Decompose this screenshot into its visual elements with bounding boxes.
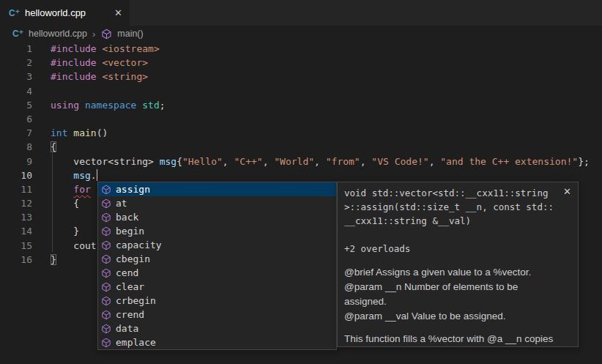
docs-overloads[interactable]: +2 overloads [344,243,560,254]
code-text [32,112,51,126]
suggest-item-label: data [116,323,138,334]
symbol-method-icon [100,239,112,251]
suggest-item-emplace[interactable]: emplace [98,335,336,349]
line-number: 10 [0,168,32,182]
line-number: 5 [0,98,32,112]
suggest-item-label: emplace [116,337,156,348]
symbol-method-icon [100,309,112,321]
code-line[interactable]: 4 [0,84,602,98]
symbol-method-icon [100,253,112,265]
code-line[interactable]: 8{ [0,140,602,154]
suggest-item-cbegin[interactable]: cbegin [98,252,336,266]
breadcrumb-file[interactable]: helloworld.cpp [29,29,87,39]
code-text [32,210,51,224]
code-line[interactable]: 5using namespace std; [0,98,602,112]
suggest-item-label: back [116,212,138,223]
code-line[interactable]: 10 msg. [0,168,602,182]
line-number: 3 [0,70,32,83]
tab-close-icon[interactable]: ✕ [114,7,122,18]
code-text [32,84,51,98]
code-line[interactable]: 7int main() [0,126,602,140]
indent-guide [52,154,53,252]
suggest-item-label: begin [116,226,144,237]
suggest-item-label: crbegin [116,295,156,306]
code-text: { [32,140,56,154]
breadcrumb-symbol[interactable]: main() [117,29,143,39]
docs-body-line: @brief Assigns a given value to a %vecto… [344,265,560,280]
code-text: #include <string> [32,70,148,83]
tab-helloworld[interactable]: C⁺ helloworld.cpp ✕ [0,0,130,26]
symbol-cube-icon [100,28,112,40]
code-text: msg. [32,168,97,182]
suggest-widget: assignatbackbegincapacitycbegincendclear… [97,182,337,350]
close-icon[interactable]: ✕ [563,186,571,197]
chevron-right-icon: › [92,29,95,40]
suggest-item-label: cend [116,267,138,278]
line-number: 4 [0,84,32,98]
tab-label: helloworld.cpp [25,7,86,18]
code-line[interactable]: 6 [0,112,602,126]
line-number: 12 [0,196,32,210]
line-number: 14 [0,224,32,238]
breadcrumb: C⁺ helloworld.cpp › main() [0,26,602,42]
code-text: #include <vector> [32,56,148,70]
suggest-item-at[interactable]: at [98,196,336,210]
code-text: cout [32,239,97,253]
line-number: 1 [0,42,32,56]
symbol-method-icon [100,281,112,293]
symbol-method-icon [100,212,112,223]
docs-body: @brief Assigns a given value to a %vecto… [344,265,560,347]
symbol-method-icon [100,198,112,209]
symbol-method-icon [100,226,112,237]
suggest-item-data[interactable]: data [98,322,336,335]
code-text: #include <iostream> [32,42,160,56]
suggest-item-begin[interactable]: begin [98,224,336,238]
docs-body-line [344,324,560,332]
code-text: { [32,196,79,210]
suggest-item-cend[interactable]: cend [98,266,336,280]
suggest-item-label: capacity [116,239,162,250]
suggest-item-crend[interactable]: crend [98,308,336,322]
suggest-item-label: cbegin [116,253,150,264]
line-number: 9 [0,155,32,168]
docs-body-line: @param __n Number of elements to be assi… [344,280,560,309]
symbol-method-icon [100,184,112,196]
code-line[interactable]: 9 vector<string> msg{"Hello", "C++", "Wo… [0,155,602,168]
code-text: vector<string> msg{"Hello", "C++", "Worl… [32,155,590,168]
suggest-item-capacity[interactable]: capacity [98,238,336,252]
suggest-item-label: clear [116,281,144,292]
line-number: 13 [0,210,32,224]
code-text: using namespace std; [32,98,166,112]
tab-bar: C⁺ helloworld.cpp ✕ [0,0,602,26]
code-text: for [32,182,91,196]
line-number: 8 [0,140,32,154]
line-number: 16 [0,253,32,267]
suggest-item-label: at [116,198,127,209]
suggest-item-clear[interactable]: clear [98,280,336,294]
cpp-file-icon: C⁺ [12,29,23,38]
suggest-item-crbegin[interactable]: crbegin [98,294,336,308]
docs-body-line: This function fills a %vector with @a __… [344,332,560,347]
symbol-method-icon [100,337,112,349]
suggest-item-back[interactable]: back [98,210,336,224]
line-number: 11 [0,182,32,196]
text-cursor [97,169,98,181]
docs-body-line: @param __val Value to be assigned. [344,309,560,324]
cpp-file-icon: C⁺ [9,9,20,18]
code-line[interactable]: 1#include <iostream> [0,42,602,56]
suggest-item-assign[interactable]: assign [98,182,336,196]
symbol-method-icon [100,295,112,307]
code-text: int main() [32,126,108,140]
line-number: 2 [0,56,32,70]
suggest-item-label: crend [116,309,144,320]
docs-signature: void std::vector<std::__cxx11::string >:… [344,186,560,228]
code-line[interactable]: 3#include <string> [0,70,602,83]
symbol-method-icon [100,267,112,279]
symbol-method-icon [100,323,112,335]
code-text: } [32,224,79,238]
code-text: } [32,253,56,267]
line-number: 6 [0,112,32,126]
suggest-item-label: assign [116,184,150,195]
line-number: 15 [0,239,32,253]
code-line[interactable]: 2#include <vector> [0,56,602,70]
